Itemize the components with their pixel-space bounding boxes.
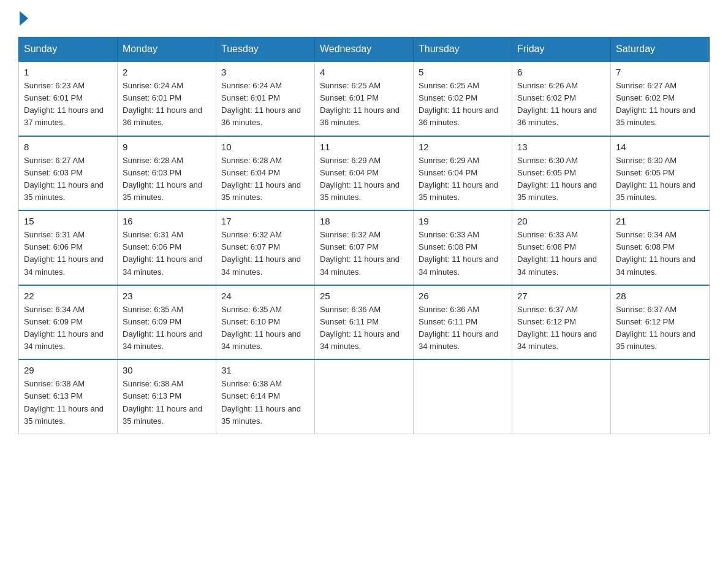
day-info: Sunrise: 6:37 AMSunset: 6:12 PMDaylight:… (517, 304, 605, 353)
calendar-week-2: 8Sunrise: 6:27 AMSunset: 6:03 PMDaylight… (19, 136, 710, 211)
day-info: Sunrise: 6:27 AMSunset: 6:03 PMDaylight:… (24, 155, 112, 204)
day-info: Sunrise: 6:26 AMSunset: 6:02 PMDaylight:… (517, 80, 605, 129)
day-info: Sunrise: 6:25 AMSunset: 6:01 PMDaylight:… (320, 80, 408, 129)
calendar-table: SundayMondayTuesdayWednesdayThursdayFrid… (18, 37, 710, 434)
day-info: Sunrise: 6:31 AMSunset: 6:06 PMDaylight:… (123, 229, 211, 278)
calendar-cell: 28Sunrise: 6:37 AMSunset: 6:12 PMDayligh… (611, 285, 710, 360)
day-number: 9 (123, 142, 211, 152)
day-number: 29 (24, 365, 112, 375)
day-number: 21 (616, 216, 704, 226)
day-info: Sunrise: 6:24 AMSunset: 6:01 PMDaylight:… (123, 80, 211, 129)
calendar-cell (414, 359, 512, 434)
day-info: Sunrise: 6:33 AMSunset: 6:08 PMDaylight:… (517, 229, 605, 278)
calendar-cell: 21Sunrise: 6:34 AMSunset: 6:08 PMDayligh… (611, 210, 710, 285)
calendar-week-1: 1Sunrise: 6:23 AMSunset: 6:01 PMDaylight… (19, 61, 710, 136)
calendar-cell: 19Sunrise: 6:33 AMSunset: 6:08 PMDayligh… (414, 210, 512, 285)
column-header-tuesday: Tuesday (216, 37, 315, 62)
calendar-cell: 6Sunrise: 6:26 AMSunset: 6:02 PMDaylight… (512, 61, 611, 136)
calendar-week-3: 15Sunrise: 6:31 AMSunset: 6:06 PMDayligh… (19, 210, 710, 285)
day-info: Sunrise: 6:38 AMSunset: 6:14 PMDaylight:… (221, 378, 309, 427)
day-info: Sunrise: 6:24 AMSunset: 6:01 PMDaylight:… (221, 80, 309, 129)
day-number: 13 (517, 142, 605, 152)
calendar-cell: 17Sunrise: 6:32 AMSunset: 6:07 PMDayligh… (216, 210, 315, 285)
calendar-cell: 12Sunrise: 6:29 AMSunset: 6:04 PMDayligh… (414, 136, 512, 211)
calendar-cell: 16Sunrise: 6:31 AMSunset: 6:06 PMDayligh… (118, 210, 216, 285)
calendar-cell: 11Sunrise: 6:29 AMSunset: 6:04 PMDayligh… (315, 136, 414, 211)
column-header-wednesday: Wednesday (315, 37, 414, 62)
calendar-cell: 8Sunrise: 6:27 AMSunset: 6:03 PMDaylight… (19, 136, 118, 211)
calendar-week-4: 22Sunrise: 6:34 AMSunset: 6:09 PMDayligh… (19, 285, 710, 360)
day-info: Sunrise: 6:28 AMSunset: 6:03 PMDaylight:… (123, 155, 211, 204)
day-number: 14 (616, 142, 704, 152)
day-info: Sunrise: 6:33 AMSunset: 6:08 PMDaylight:… (419, 229, 507, 278)
calendar-cell (315, 359, 414, 434)
day-info: Sunrise: 6:23 AMSunset: 6:01 PMDaylight:… (24, 80, 112, 129)
calendar-cell: 25Sunrise: 6:36 AMSunset: 6:11 PMDayligh… (315, 285, 414, 360)
calendar-cell: 31Sunrise: 6:38 AMSunset: 6:14 PMDayligh… (216, 359, 315, 434)
day-number: 5 (419, 67, 507, 77)
day-info: Sunrise: 6:37 AMSunset: 6:12 PMDaylight:… (616, 304, 704, 353)
day-info: Sunrise: 6:35 AMSunset: 6:10 PMDaylight:… (221, 304, 309, 353)
calendar-cell: 5Sunrise: 6:25 AMSunset: 6:02 PMDaylight… (414, 61, 512, 136)
column-header-monday: Monday (118, 37, 216, 62)
calendar-week-5: 29Sunrise: 6:38 AMSunset: 6:13 PMDayligh… (19, 359, 710, 434)
day-info: Sunrise: 6:32 AMSunset: 6:07 PMDaylight:… (221, 229, 309, 278)
calendar-cell: 1Sunrise: 6:23 AMSunset: 6:01 PMDaylight… (19, 61, 118, 136)
calendar-cell: 18Sunrise: 6:32 AMSunset: 6:07 PMDayligh… (315, 210, 414, 285)
calendar-cell: 26Sunrise: 6:36 AMSunset: 6:11 PMDayligh… (414, 285, 512, 360)
day-number: 19 (419, 216, 507, 226)
day-number: 8 (24, 142, 112, 152)
calendar-cell: 7Sunrise: 6:27 AMSunset: 6:02 PMDaylight… (611, 61, 710, 136)
calendar-cell: 27Sunrise: 6:37 AMSunset: 6:12 PMDayligh… (512, 285, 611, 360)
day-number: 11 (320, 142, 408, 152)
day-number: 2 (123, 67, 211, 77)
day-info: Sunrise: 6:32 AMSunset: 6:07 PMDaylight:… (320, 229, 408, 278)
day-number: 30 (123, 365, 211, 375)
day-info: Sunrise: 6:36 AMSunset: 6:11 PMDaylight:… (419, 304, 507, 353)
day-info: Sunrise: 6:34 AMSunset: 6:09 PMDaylight:… (24, 304, 112, 353)
calendar-cell: 14Sunrise: 6:30 AMSunset: 6:05 PMDayligh… (611, 136, 710, 211)
day-number: 12 (419, 142, 507, 152)
day-info: Sunrise: 6:38 AMSunset: 6:13 PMDaylight:… (24, 378, 112, 427)
day-number: 16 (123, 216, 211, 226)
day-info: Sunrise: 6:31 AMSunset: 6:06 PMDaylight:… (24, 229, 112, 278)
calendar-cell: 10Sunrise: 6:28 AMSunset: 6:04 PMDayligh… (216, 136, 315, 211)
calendar-cell: 22Sunrise: 6:34 AMSunset: 6:09 PMDayligh… (19, 285, 118, 360)
column-header-thursday: Thursday (414, 37, 512, 62)
day-number: 22 (24, 291, 112, 301)
calendar-cell: 13Sunrise: 6:30 AMSunset: 6:05 PMDayligh… (512, 136, 611, 211)
calendar-cell (611, 359, 710, 434)
calendar-cell: 20Sunrise: 6:33 AMSunset: 6:08 PMDayligh… (512, 210, 611, 285)
day-info: Sunrise: 6:36 AMSunset: 6:11 PMDaylight:… (320, 304, 408, 353)
calendar-header-row: SundayMondayTuesdayWednesdayThursdayFrid… (19, 37, 710, 62)
page-header (18, 12, 710, 26)
calendar-cell: 4Sunrise: 6:25 AMSunset: 6:01 PMDaylight… (315, 61, 414, 136)
calendar-cell (512, 359, 611, 434)
calendar-cell: 23Sunrise: 6:35 AMSunset: 6:09 PMDayligh… (118, 285, 216, 360)
day-info: Sunrise: 6:30 AMSunset: 6:05 PMDaylight:… (616, 155, 704, 204)
calendar-cell: 2Sunrise: 6:24 AMSunset: 6:01 PMDaylight… (118, 61, 216, 136)
day-number: 3 (221, 67, 309, 77)
calendar-cell: 29Sunrise: 6:38 AMSunset: 6:13 PMDayligh… (19, 359, 118, 434)
day-info: Sunrise: 6:27 AMSunset: 6:02 PMDaylight:… (616, 80, 704, 129)
day-info: Sunrise: 6:35 AMSunset: 6:09 PMDaylight:… (123, 304, 211, 353)
day-info: Sunrise: 6:25 AMSunset: 6:02 PMDaylight:… (419, 80, 507, 129)
day-number: 24 (221, 291, 309, 301)
logo-arrow-icon (20, 11, 28, 26)
calendar-cell: 9Sunrise: 6:28 AMSunset: 6:03 PMDaylight… (118, 136, 216, 211)
day-number: 27 (517, 291, 605, 301)
calendar-cell: 15Sunrise: 6:31 AMSunset: 6:06 PMDayligh… (19, 210, 118, 285)
day-number: 23 (123, 291, 211, 301)
day-number: 28 (616, 291, 704, 301)
column-header-sunday: Sunday (19, 37, 118, 62)
day-info: Sunrise: 6:34 AMSunset: 6:08 PMDaylight:… (616, 229, 704, 278)
day-info: Sunrise: 6:29 AMSunset: 6:04 PMDaylight:… (320, 155, 408, 204)
logo (18, 12, 28, 26)
day-info: Sunrise: 6:29 AMSunset: 6:04 PMDaylight:… (419, 155, 507, 204)
day-number: 6 (517, 67, 605, 77)
day-number: 25 (320, 291, 408, 301)
day-info: Sunrise: 6:38 AMSunset: 6:13 PMDaylight:… (123, 378, 211, 427)
calendar-cell: 24Sunrise: 6:35 AMSunset: 6:10 PMDayligh… (216, 285, 315, 360)
column-header-saturday: Saturday (611, 37, 710, 62)
day-number: 15 (24, 216, 112, 226)
